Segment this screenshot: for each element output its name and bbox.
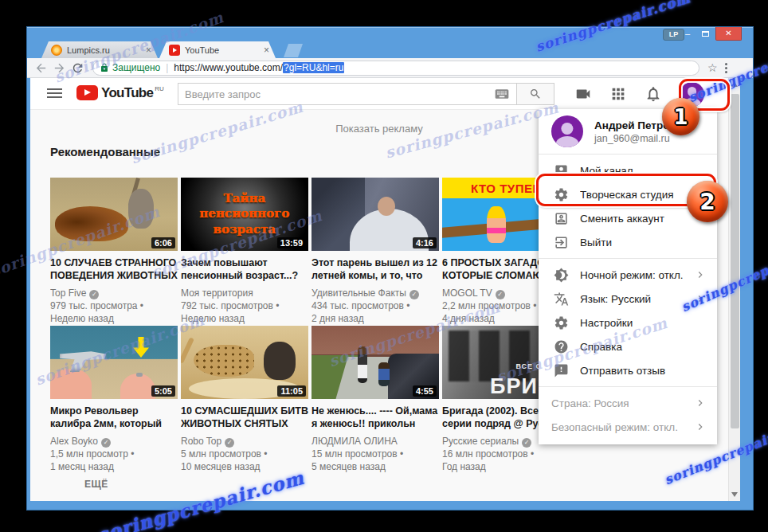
video-card[interactable]: Тайна пенсионного возраста 13:59 Зачем п…: [181, 178, 308, 325]
menu-item-help[interactable]: Справка: [539, 334, 717, 358]
tab-youtube[interactable]: YouTube ×: [159, 41, 276, 58]
address-bar[interactable]: Защищено | https://www.youtube.com/?gl=R…: [92, 61, 699, 76]
menu-item-sign-out[interactable]: Выйти: [539, 230, 717, 254]
hamburger-menu-icon[interactable]: [47, 88, 62, 99]
video-card[interactable]: 6:06 10 СЛУЧАЕВ СТРАННОГО ПОВЕДЕНИЯ ЖИВО…: [50, 178, 178, 325]
video-card[interactable]: 5:05 Микро Револьвер калибра 2мм, которы…: [50, 326, 178, 473]
video-views: 979 тыс. просмотра •: [50, 299, 178, 312]
switch-account-icon: [554, 211, 569, 226]
video-channel[interactable]: Alex Boyko✓: [50, 435, 178, 448]
video-duration: 4:55: [413, 385, 437, 397]
video-views: 434 тыс. просмотров •: [312, 299, 439, 312]
scroll-down-icon[interactable]: [731, 492, 738, 497]
video-title[interactable]: Этот парень вышел из 12 летней комы, и т…: [312, 256, 439, 282]
youtube-region-label: RU: [155, 85, 164, 92]
menu-item-night-mode[interactable]: Ночной режим: откл.: [539, 263, 717, 287]
video-title[interactable]: 10 СУМАСШЕДШИХ БИТВ ЖИВОТНЫХ СНЯТЫХ НА..…: [181, 405, 308, 430]
feedback-icon: [554, 363, 569, 378]
menu-group-settings: Ночной режим: откл. Язык: Русский Настро…: [539, 258, 717, 386]
video-title[interactable]: 10 СЛУЧАЕВ СТРАННОГО ПОВЕДЕНИЯ ЖИВОТНЫХ: [50, 256, 178, 282]
video-channel[interactable]: Robo Top✓: [181, 435, 308, 448]
video-views: 15 млн просмотров •: [312, 448, 439, 460]
video-channel[interactable]: ЛЮДМИЛА ОЛИНА✓: [312, 435, 439, 448]
tab-label: Lumpics.ru: [67, 45, 143, 55]
video-age: 1 месяц назад: [50, 460, 178, 473]
menu-item-settings[interactable]: Настройки: [539, 311, 717, 334]
search-placeholder: Введите запрос: [185, 88, 494, 100]
video-title[interactable]: Не женюсь.... ---- Ой,мама я женюсь!! пр…: [312, 405, 439, 430]
video-duration: 6:06: [151, 237, 175, 248]
tab-lumpics[interactable]: Lumpics.ru ×: [41, 41, 158, 58]
gear-icon: [554, 315, 569, 331]
video-thumbnail[interactable]: 11:05: [181, 326, 308, 399]
menu-item-label: Сменить аккаунт: [580, 213, 706, 225]
menu-item-feedback[interactable]: Отправить отзыв: [539, 358, 717, 382]
video-views: 1,5 млн просмотр •: [50, 448, 178, 460]
verified-badge-icon: ✓: [409, 290, 419, 299]
scroll-up-icon[interactable]: [731, 82, 738, 87]
menu-avatar: [551, 115, 583, 147]
verified-badge-icon: ✓: [225, 438, 234, 448]
verified-badge-icon: ✓: [101, 438, 111, 448]
upload-video-icon[interactable]: [574, 85, 592, 103]
video-duration: 11:05: [277, 385, 306, 397]
search-button[interactable]: [517, 83, 554, 105]
video-thumbnail[interactable]: Тайна пенсионного возраста 13:59: [181, 178, 308, 251]
url-query-selected[interactable]: ?gl=RU&hl=ru: [283, 62, 344, 73]
video-title[interactable]: Зачем повышают пенсионный возраст...?: [181, 256, 308, 282]
video-thumbnail[interactable]: 6:06: [50, 178, 178, 251]
apps-grid-icon[interactable]: [609, 85, 627, 103]
menu-item-label: Настройки: [580, 317, 706, 329]
browser-menu-icon[interactable]: [725, 63, 727, 73]
chevron-right-icon: [695, 269, 706, 280]
verified-badge-icon: ✓: [522, 438, 531, 448]
chevron-right-icon: [695, 397, 706, 409]
search-icon: [529, 88, 542, 100]
tab-close-icon[interactable]: ×: [143, 45, 151, 56]
video-age: 10 месяцев назад: [181, 460, 308, 473]
video-channel[interactable]: Top Five✓: [50, 287, 178, 299]
video-age: Неделю назад: [50, 312, 178, 325]
search-input[interactable]: Введите запрос: [178, 83, 517, 105]
video-title[interactable]: Микро Револьвер калибра 2мм, который стр…: [50, 405, 178, 430]
scrollbar-thumb[interactable]: [731, 94, 739, 428]
refresh-icon[interactable]: [71, 61, 84, 75]
help-icon: [554, 339, 569, 354]
menu-item-language[interactable]: Язык: Русский: [539, 287, 717, 311]
youtube-logo[interactable]: YouTube RU: [76, 85, 164, 100]
menu-item-label: Отправить отзыв: [580, 365, 706, 377]
exit-icon: [554, 235, 569, 250]
close-button[interactable]: ✕: [715, 27, 742, 41]
video-thumbnail[interactable]: 5:05: [50, 326, 178, 399]
tab-close-icon[interactable]: ×: [261, 45, 269, 56]
more-button[interactable]: ЕЩЁ: [84, 479, 108, 490]
new-tab-button[interactable]: [284, 44, 303, 57]
video-duration: 13:59: [277, 237, 306, 248]
video-views: 5 млн просмотров •: [181, 448, 308, 460]
page-scrollbar[interactable]: [728, 78, 740, 501]
url-text[interactable]: https://www.youtube.com/: [174, 62, 283, 73]
video-duration: 4:16: [413, 237, 437, 248]
chevron-right-icon: [695, 421, 706, 432]
video-channel[interactable]: Моя территория✓: [181, 287, 308, 299]
verified-badge-icon: ✓: [496, 290, 505, 299]
menu-group-region: Страна: Россия Безопасный режим: откл.: [539, 386, 717, 443]
menu-item-restricted-mode[interactable]: Безопасный режим: откл.: [539, 415, 717, 439]
video-card[interactable]: 4:16 Этот парень вышел из 12 летней комы…: [312, 178, 439, 325]
video-thumbnail[interactable]: 4:55: [312, 326, 439, 399]
video-channel[interactable]: Удивительные Факты✓: [312, 287, 439, 299]
video-age: Неделю назад: [181, 312, 308, 325]
back-icon[interactable]: [34, 61, 48, 75]
video-card[interactable]: 11:05 10 СУМАСШЕДШИХ БИТВ ЖИВОТНЫХ СНЯТЫ…: [181, 326, 308, 473]
forward-icon[interactable]: [53, 61, 66, 75]
maximize-button[interactable]: [697, 27, 713, 41]
video-thumbnail[interactable]: 4:16: [312, 178, 439, 251]
bookmark-star-icon[interactable]: ☆: [707, 61, 718, 74]
minimize-button[interactable]: –: [680, 27, 695, 41]
keyboard-icon[interactable]: [494, 86, 510, 102]
notifications-bell-icon[interactable]: [645, 85, 662, 103]
menu-item-country[interactable]: Страна: Россия: [539, 391, 717, 415]
callout-step-2: 2: [687, 181, 728, 222]
video-age: 5 месяцев назад: [312, 460, 439, 473]
video-card[interactable]: 4:55 Не женюсь.... ---- Ой,мама я женюсь…: [312, 326, 439, 473]
